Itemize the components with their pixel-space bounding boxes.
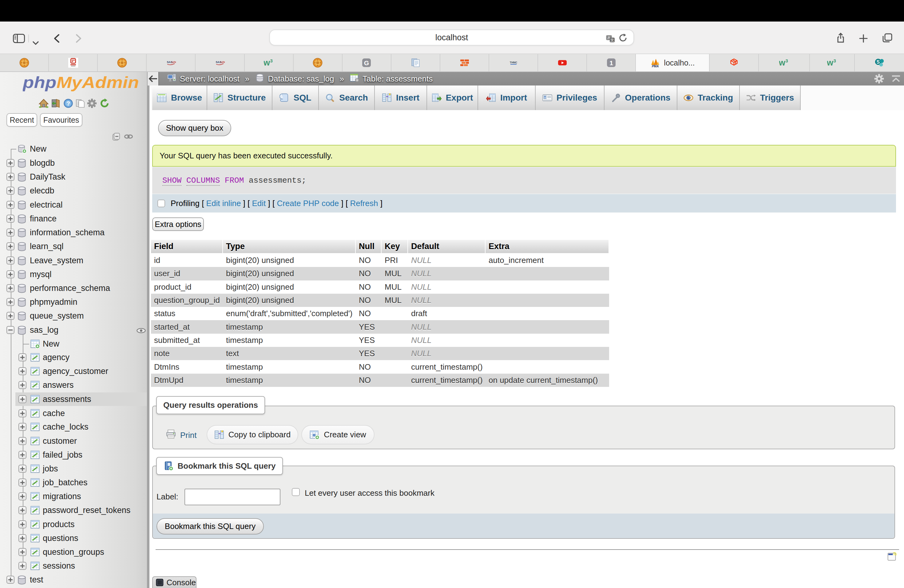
svg-text:1: 1: [609, 59, 613, 66]
svg-text:3: 3: [270, 58, 273, 63]
svg-text:w: w: [779, 58, 785, 67]
svg-text:OG: OG: [222, 60, 225, 64]
svg-text:G: G: [364, 59, 369, 66]
svg-text:w: w: [264, 58, 270, 67]
svg-text:?: ?: [66, 100, 70, 107]
svg-text:S: S: [876, 59, 880, 65]
svg-text:3: 3: [834, 58, 836, 63]
svg-text:3: 3: [785, 58, 788, 63]
svg-text:phpMyAdmin: phpMyAdmin: [23, 74, 139, 91]
svg-text:文: 文: [610, 38, 614, 42]
svg-text:PMA: PMA: [652, 65, 659, 68]
svg-text:w: w: [827, 58, 834, 67]
svg-text:THNC: THNC: [509, 61, 517, 64]
svg-text:OG: OG: [173, 60, 175, 64]
